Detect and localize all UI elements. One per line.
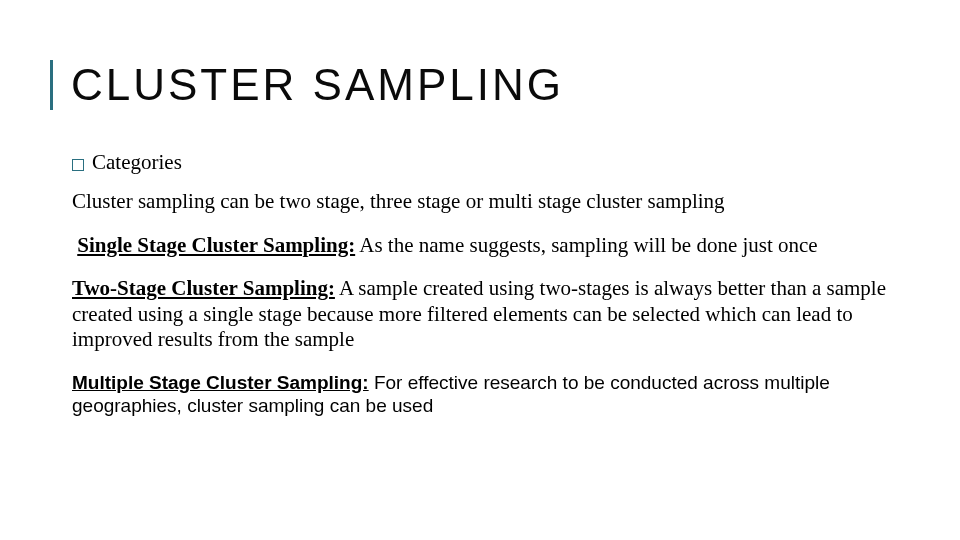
bullet-label: Categories [92,150,182,175]
category-lead: Multiple Stage Cluster Sampling: [72,372,369,393]
title-bar: CLUSTER SAMPLING [50,60,890,110]
slide-body: Categories Cluster sampling can be two s… [50,150,890,417]
category-lead: Single Stage Cluster Sampling: [77,233,355,257]
bullet-item: Categories [72,150,890,175]
category-paragraph: Two-Stage Cluster Sampling: A sample cre… [72,276,890,353]
category-lead: Two-Stage Cluster Sampling: [72,276,335,300]
category-paragraph: Single Stage Cluster Sampling: As the na… [72,233,890,259]
category-text: As the name suggests, sampling will be d… [355,233,818,257]
category-paragraph: Multiple Stage Cluster Sampling: For eff… [72,371,890,417]
slide-title: CLUSTER SAMPLING [71,60,890,110]
intro-paragraph: Cluster sampling can be two stage, three… [72,189,890,215]
square-bullet-icon [72,159,84,171]
slide: CLUSTER SAMPLING Categories Cluster samp… [0,0,960,540]
